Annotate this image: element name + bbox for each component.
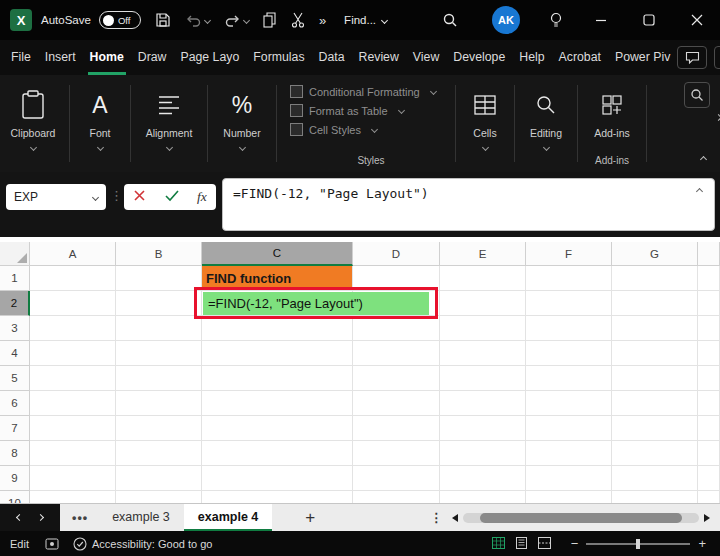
scroll-left-icon[interactable] [452, 514, 458, 522]
row-header-4[interactable]: 4 [0, 341, 30, 366]
cell-A9[interactable] [30, 466, 116, 491]
cell-A7[interactable] [30, 416, 116, 441]
cell-G10[interactable] [612, 491, 698, 503]
tab-overflow-icon[interactable]: ⋮ [430, 510, 443, 525]
save-button[interactable] [155, 12, 171, 28]
cell-C5[interactable] [202, 366, 353, 391]
cancel-entry-icon[interactable] [133, 188, 146, 206]
cell-H5[interactable] [698, 366, 720, 391]
ribbon-tab-power-piv[interactable]: Power Piv [608, 40, 677, 75]
ribbon-tab-insert[interactable]: Insert [38, 40, 83, 75]
cell-B6[interactable] [116, 391, 202, 416]
column-header-D[interactable]: D [353, 242, 440, 266]
ribbon-search-icon[interactable] [684, 82, 710, 108]
cell-B1[interactable] [116, 266, 202, 291]
column-header-B[interactable]: B [116, 242, 202, 266]
ribbon-group-cells[interactable]: Cells [459, 75, 511, 172]
cell-H7[interactable] [698, 416, 720, 441]
cell-F1[interactable] [526, 266, 612, 291]
comments-button[interactable] [677, 46, 707, 69]
column-header-G[interactable]: G [612, 242, 698, 266]
cell-E4[interactable] [440, 341, 526, 366]
maximize-button[interactable] [632, 0, 666, 40]
cell-H8[interactable] [698, 441, 720, 466]
cell-G1[interactable] [612, 266, 698, 291]
styles-item-cell-styles[interactable]: Cell Styles [290, 120, 436, 139]
ribbon-group-number[interactable]: % Number [211, 75, 273, 172]
cell-C9[interactable] [202, 466, 353, 491]
chevron-down-icon[interactable] [92, 193, 99, 200]
row-header-7[interactable]: 7 [0, 416, 30, 441]
row-header-3[interactable]: 3 [0, 316, 30, 341]
styles-item-format-as-table[interactable]: Format as Table [290, 101, 436, 120]
insert-function-icon[interactable]: fx [197, 189, 207, 205]
search-icon[interactable] [437, 0, 463, 40]
cell-F6[interactable] [526, 391, 612, 416]
zoom-in-button[interactable]: + [698, 536, 706, 551]
ribbon-group-clipboard[interactable]: Clipboard [0, 75, 66, 172]
accessibility-status[interactable]: Accessibility: Good to go [73, 537, 212, 551]
cell-E6[interactable] [440, 391, 526, 416]
column-header-C[interactable]: C [202, 242, 353, 266]
excel-app-icon[interactable]: X [10, 9, 32, 31]
share-button[interactable] [714, 46, 720, 69]
cell-H4[interactable] [698, 341, 720, 366]
collapse-formula-bar-icon[interactable] [696, 188, 703, 195]
cell-H10[interactable] [698, 491, 720, 503]
cell-B3[interactable] [116, 316, 202, 341]
cell-C6[interactable] [202, 391, 353, 416]
row-header-10[interactable]: 10 [0, 491, 30, 503]
cell-F4[interactable] [526, 341, 612, 366]
cell-E8[interactable] [440, 441, 526, 466]
ribbon-scroll-right-icon[interactable] [715, 114, 720, 121]
cell-C8[interactable] [202, 441, 353, 466]
cell-B7[interactable] [116, 416, 202, 441]
ribbon-tab-acrobat[interactable]: Acrobat [552, 40, 608, 75]
quick-access-overflow[interactable]: » [319, 13, 326, 28]
copy-icon[interactable] [263, 12, 277, 28]
zoom-slider[interactable] [586, 543, 690, 545]
cell-E1[interactable] [440, 266, 526, 291]
sheet-tab-example-3[interactable]: example 3 [98, 504, 184, 532]
ribbon-tab-data[interactable]: Data [312, 40, 352, 75]
formula-input[interactable]: =FIND(-12, "Page Layout") [222, 178, 715, 231]
cell-H6[interactable] [698, 391, 720, 416]
cell-D4[interactable] [353, 341, 440, 366]
cell-C4[interactable] [202, 341, 353, 366]
cell-C3[interactable] [202, 316, 353, 341]
cell-F5[interactable] [526, 366, 612, 391]
cell-A4[interactable] [30, 341, 116, 366]
undo-button[interactable] [185, 13, 210, 27]
cell-D5[interactable] [353, 366, 440, 391]
scroll-right-icon[interactable] [704, 514, 710, 522]
ribbon-tab-help[interactable]: Help [512, 40, 551, 75]
cell-D3[interactable] [353, 316, 440, 341]
select-all-corner[interactable] [0, 242, 30, 266]
ribbon-tab-page-layo[interactable]: Page Layo [173, 40, 246, 75]
formula-bar-grip[interactable]: ⋮ [110, 188, 123, 203]
next-sheet-icon[interactable] [37, 514, 44, 521]
cell-G6[interactable] [612, 391, 698, 416]
cell-H1[interactable] [698, 266, 720, 291]
zoom-slider-thumb[interactable] [636, 539, 640, 549]
cell-A10[interactable] [30, 491, 116, 503]
cell-F2[interactable] [526, 291, 612, 316]
ribbon-group-alignment[interactable]: Alignment [134, 75, 204, 172]
minimize-button[interactable] [584, 0, 618, 40]
cell-E2[interactable] [440, 291, 526, 316]
lightbulb-icon[interactable] [544, 0, 568, 40]
cell-D6[interactable] [353, 391, 440, 416]
sheet-tab-example-4[interactable]: example 4 [184, 504, 272, 532]
ribbon-tab-draw[interactable]: Draw [131, 40, 174, 75]
cell-D9[interactable] [353, 466, 440, 491]
normal-view-icon[interactable] [492, 537, 505, 551]
cell-A1[interactable] [30, 266, 116, 291]
cell-E3[interactable] [440, 316, 526, 341]
cell-B9[interactable] [116, 466, 202, 491]
ribbon-tab-develope[interactable]: Develope [446, 40, 512, 75]
cell-A8[interactable] [30, 441, 116, 466]
cell-F3[interactable] [526, 316, 612, 341]
cell-F9[interactable] [526, 466, 612, 491]
row-header-6[interactable]: 6 [0, 391, 30, 416]
ribbon-group-font[interactable]: A Font [73, 75, 127, 172]
